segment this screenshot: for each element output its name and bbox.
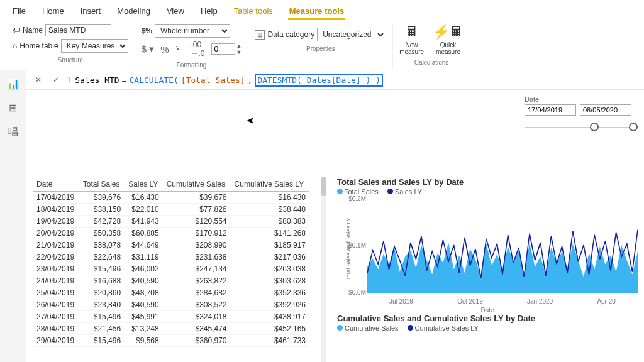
group-structure-label: Structure bbox=[58, 57, 84, 63]
table-row: 17/04/2019$39,676$16,430$39,676$16,430 bbox=[33, 192, 309, 204]
chart1-plot bbox=[367, 198, 638, 293]
date-from-input[interactable] bbox=[525, 104, 576, 116]
tab-table-tools[interactable]: Table tools bbox=[233, 3, 274, 20]
table-row: 20/04/2019$50,358$60,885$170,912$141,268 bbox=[33, 228, 309, 239]
report-canvas: ✕ ✓ 1 Sales MTD = CALCULATE( [Total Sale… bbox=[26, 70, 644, 362]
data-table-visual[interactable]: DateTotal SalesSales LYCumulative SalesC… bbox=[33, 177, 309, 362]
view-rail: 📊 ⊞ 唱 bbox=[0, 70, 26, 362]
home-table-select[interactable]: Key Measures bbox=[61, 39, 128, 53]
data-category-select[interactable]: Uncategorized bbox=[317, 28, 386, 41]
workspace: 📊 ⊞ 唱 ✕ ✓ 1 Sales MTD = CALCULATE( [Tota… bbox=[0, 70, 644, 362]
group-calculations: 🖩 New measure ⚡🖩 Quick measure Calculati… bbox=[393, 24, 470, 69]
table-row: 24/04/2019$16,688$40,590$263,822$303,628 bbox=[33, 275, 309, 287]
table-row: 22/04/2019$22,648$31,119$231,638$217,036 bbox=[33, 251, 309, 263]
table-row: 21/04/2019$38,078$44,649$208,990$185,917 bbox=[33, 239, 309, 251]
chart1-title: Total Sales and Sales LY by Date bbox=[337, 177, 638, 187]
table-row: 26/04/2019$23,840$40,590$308,522$392,926 bbox=[33, 299, 309, 311]
mouse-cursor-icon: ➤ bbox=[247, 114, 255, 126]
comma-button[interactable]: ᠨ bbox=[175, 44, 184, 55]
name-label: Name bbox=[23, 26, 43, 35]
legend-dot-b-icon bbox=[387, 189, 393, 194]
format-select[interactable]: Whole number bbox=[155, 24, 230, 38]
formula-bar: ✕ ✓ 1 Sales MTD = CALCULATE( [Total Sale… bbox=[26, 70, 644, 90]
date-slicer: Date bbox=[525, 96, 638, 128]
tab-modeling[interactable]: Modeling bbox=[116, 3, 152, 20]
model-view-button[interactable]: 唱 bbox=[7, 126, 19, 138]
ribbon-tabs: File Home Insert Modeling View Help Tabl… bbox=[0, 0, 644, 20]
tab-file[interactable]: File bbox=[11, 3, 27, 20]
legend-dot-a-icon bbox=[337, 189, 343, 194]
table-header-row: DateTotal SalesSales LYCumulative SalesC… bbox=[33, 177, 309, 192]
table-row: 18/04/2019$38,150$22,010$77,826$38,440 bbox=[33, 204, 309, 216]
chart1-xlabel: Date bbox=[480, 307, 494, 314]
home-icon: ⌂ bbox=[13, 41, 17, 50]
legend2-dot-b-icon bbox=[408, 325, 413, 331]
table-row: 28/04/2019$21,456$13,248$345,474$452,165 bbox=[33, 323, 309, 335]
chart2-legend: Cumulative Sales Cumulative Sales LY bbox=[337, 324, 638, 332]
group-properties: ⊞ Data category Uncategorized Properties bbox=[248, 24, 393, 69]
formula-input[interactable]: Sales MTD = CALCULATE( [Total Sales], DA… bbox=[75, 74, 383, 87]
group-calculations-label: Calculations bbox=[414, 59, 448, 66]
slicer-label: Date bbox=[525, 96, 638, 103]
quick-measure-button[interactable]: ⚡🖩 Quick measure bbox=[433, 24, 464, 55]
formula-line-number: 1 bbox=[67, 75, 71, 84]
chart2-title: Cumulative Sales and Cumulative Sales LY… bbox=[337, 314, 638, 323]
report-view-button[interactable]: 📊 bbox=[7, 78, 19, 90]
stepper-arrows-icon[interactable]: ▲▼ bbox=[236, 43, 242, 55]
table-row: 27/04/2019$15,496$45,991$324,018$438,917 bbox=[33, 311, 309, 323]
tab-insert[interactable]: Insert bbox=[79, 3, 103, 20]
group-structure: 🏷 Name ⌂ Home table Key Measures Structu… bbox=[6, 24, 135, 69]
slider-handle-to[interactable] bbox=[629, 123, 638, 131]
measure-name-input[interactable] bbox=[45, 24, 111, 36]
lightning-calculator-icon: ⚡🖩 bbox=[433, 24, 464, 40]
tab-help[interactable]: Help bbox=[199, 3, 219, 20]
group-formatting-label: Formatting bbox=[177, 62, 207, 69]
new-measure-button[interactable]: 🖩 New measure bbox=[399, 24, 424, 55]
chart1-legend: Total Sales Sales LY bbox=[337, 188, 638, 195]
table-row: 19/04/2019$42,728$41,943$120,554$80,383 bbox=[33, 216, 309, 228]
group-formatting: $% Whole number $ ▾ % ᠨ .00→.0 ▲▼ Format… bbox=[135, 24, 249, 69]
date-slider[interactable] bbox=[525, 127, 638, 128]
table-row: 23/04/2019$15,496$46,002$247,134$263,038 bbox=[33, 263, 309, 275]
formula-highlighted: DATESMTD( Dates[Date] ) ) bbox=[255, 74, 383, 87]
table-row: 25/04/2019$20,860$48,708$284,682$352,336 bbox=[33, 287, 309, 299]
home-table-label: Home table bbox=[19, 41, 58, 50]
slider-handle-from[interactable] bbox=[590, 123, 599, 131]
tag-icon: 🏷 bbox=[13, 26, 20, 35]
chart1-xticks: Jul 2019Oct 2019Jan 2020Apr 20 bbox=[367, 298, 638, 305]
chart1-ylabel: Total Sales and Sales LY bbox=[345, 217, 352, 280]
table-row: 29/04/2019$15,496$9,568$360,970$461,733 bbox=[33, 335, 309, 347]
format-icon: $% bbox=[142, 26, 152, 35]
commit-formula-button[interactable]: ✓ bbox=[49, 73, 63, 87]
table-scrollbar[interactable] bbox=[321, 177, 326, 362]
percent-button[interactable]: % bbox=[160, 44, 169, 55]
data-view-button[interactable]: ⊞ bbox=[7, 102, 19, 114]
decimal-button[interactable]: .00→.0 bbox=[191, 40, 204, 58]
date-to-input[interactable] bbox=[580, 104, 631, 116]
calculator-icon: 🖩 bbox=[405, 24, 419, 40]
decimals-input[interactable] bbox=[211, 43, 235, 55]
category-icon: ⊞ bbox=[255, 30, 265, 40]
chart-cumulative-sales[interactable]: Cumulative Sales and Cumulative Sales LY… bbox=[337, 314, 638, 334]
data-category-label: Data category bbox=[267, 30, 314, 39]
cancel-formula-button[interactable]: ✕ bbox=[31, 73, 45, 87]
chart-total-sales[interactable]: Total Sales and Sales LY by Date Total S… bbox=[337, 177, 638, 305]
tab-view[interactable]: View bbox=[165, 3, 186, 20]
tab-measure-tools[interactable]: Measure tools bbox=[288, 3, 345, 20]
legend2-dot-a-icon bbox=[337, 325, 343, 331]
currency-button[interactable]: $ ▾ bbox=[142, 43, 155, 55]
tab-home[interactable]: Home bbox=[41, 3, 65, 20]
ribbon: 🏷 Name ⌂ Home table Key Measures Structu… bbox=[0, 20, 644, 70]
group-properties-label: Properties bbox=[306, 45, 335, 52]
